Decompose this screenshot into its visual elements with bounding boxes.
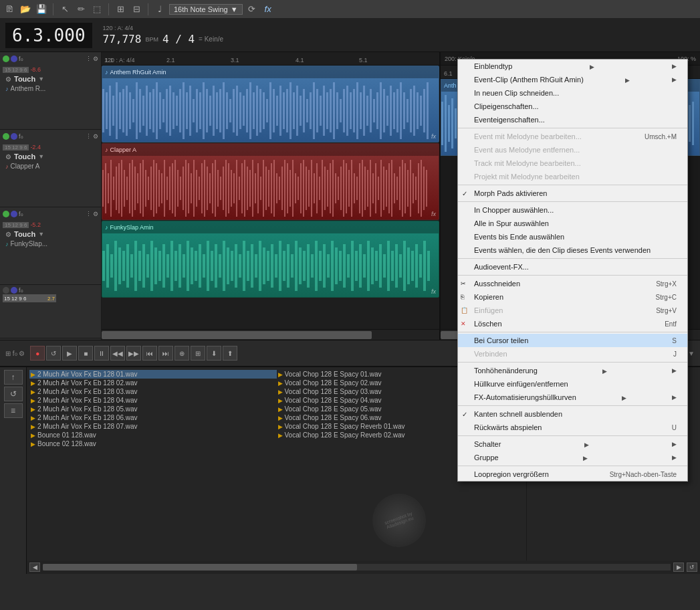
track-settings-2[interactable]: ⚙ [93,133,98,140]
svg-rect-227 [130,254,133,278]
timeline-scrollbar[interactable] [102,329,439,340]
track-mute-btn-4[interactable] [11,287,17,294]
menu-schalter[interactable]: Schalter [458,437,687,451]
browser-scroll-left[interactable]: ◀ [29,563,40,572]
track-more-2[interactable]: ⋮ [86,133,92,140]
browser-refresh-right[interactable]: ↺ [687,563,697,572]
track-active-btn-2[interactable] [3,133,9,140]
menu-event-clip[interactable]: Event-Clip (Anthem RhGuit Amin) [458,73,687,86]
track-settings-3[interactable]: ⚙ [93,211,98,217]
menu-melodyne-entfernen: Event aus Melodyne entfernen... [458,143,687,157]
save-icon[interactable]: 💾 [35,3,48,16]
fwd-end-btn[interactable]: ⏭ [158,346,173,361]
menu-kopieren[interactable]: ⎘ Kopieren Strg+C [458,290,687,304]
file-item-3[interactable]: ▶ 2 Much Air Vox Fx Eb 128 04.wav [29,396,277,405]
loop-btn[interactable]: ↺ [46,346,61,361]
snap-icon[interactable]: ⊞ [114,3,127,16]
menu-bei-cursor-teilen[interactable]: Bei Cursor teilen S [458,334,687,347]
menu-tonhoehe[interactable]: Tonhöhenänderung [458,364,687,377]
menu-loopregion[interactable]: Loopregion vergrößern Strg+Nach-oben-Tas… [458,468,687,481]
open-icon[interactable]: 📂 [19,3,32,16]
svg-rect-244 [199,244,201,288]
track-arrow-2[interactable]: ▼ [38,153,44,160]
rewind-btn[interactable]: ◀◀ [110,346,125,361]
menu-loeschen[interactable]: ✕ Löschen Entf [458,317,687,330]
stop-btn[interactable]: ■ [78,346,93,361]
file-item-4[interactable]: ▶ 2 Much Air Vox Fx Eb 128 05.wav [29,405,277,413]
file-item-5[interactable]: ▶ 2 Much Air Vox Fx Eb 128 06.wav [29,413,277,422]
extra-btn-2[interactable]: ⊞ [191,346,205,361]
svg-rect-91 [406,99,409,122]
file-item-8[interactable]: ▶ Bounce 02 128.wav [29,439,277,448]
svg-rect-25 [186,92,188,129]
play-btn[interactable]: ▶ [62,346,77,361]
metronome-icon[interactable]: ♩ [153,3,166,16]
file-item-1[interactable]: ▶ 2 Much Air Vox Fx Eb 128 02.wav [29,379,277,387]
track-mute-btn-1[interactable] [11,56,17,62]
menu-einblendtyp[interactable]: Einblendtyp [458,60,687,73]
track-arrow-1[interactable]: ▼ [38,76,44,82]
new-icon[interactable]: 🖹 [3,3,16,16]
clip-clapper[interactable]: ♪ Clapper A [102,143,439,220]
menu-chopper[interactable]: In Chopper auswählen... [458,203,687,217]
clip-anthem[interactable]: ♪ Anthem RhGuit Amin [102,66,439,142]
extra-btn-1[interactable]: ⊕ [174,346,189,361]
fwd-btn[interactable]: ▶▶ [126,346,141,361]
browser-options-btn[interactable]: ≡ [4,403,23,418]
svg-rect-75 [353,89,355,132]
extra-btn-4[interactable]: ⬆ [223,346,237,361]
track-gear-1[interactable]: ⚙ [5,76,11,83]
draw-icon[interactable]: ✏ [74,3,88,16]
track-settings-1[interactable]: ⚙ [93,56,98,62]
menu-rueckwaerts[interactable]: Rückwärts abspielen U [458,421,687,434]
track-gear-3[interactable]: ⚙ [5,231,11,238]
menu-eventeigenschaften[interactable]: Eventeigenschaften... [458,113,687,126]
menu-hüllkurve[interactable]: Hüllkurve einfügen/entfernen [458,377,687,391]
menu-in-neuen-clip[interactable]: In neuen Clip schneiden... [458,86,687,100]
track-more-3[interactable]: ⋮ [86,211,92,217]
track-arrow-3[interactable]: ▼ [38,231,44,237]
menu-gruppe[interactable]: Gruppe [458,451,687,464]
menu-morph-pads[interactable]: ✓ Morph Pads aktivieren [458,187,687,200]
select-icon[interactable]: ⬚ [90,3,104,16]
browser-hscrollbar[interactable] [43,564,671,571]
track-mute-btn-3[interactable] [11,211,17,217]
grid-icon[interactable]: ⊟ [130,3,143,16]
record-btn[interactable]: ● [30,346,45,361]
back-start-btn[interactable]: ⏮ [142,346,157,361]
svg-rect-274 [319,251,322,281]
menu-alle-spur[interactable]: Alle in Spur auswählen [458,217,687,230]
track-active-btn-3[interactable] [3,211,9,217]
menu-ausschneiden[interactable]: ✂ Ausschneiden Strg+X [458,277,687,290]
cursor-icon[interactable]: ↖ [58,3,72,16]
menu-audioevent-fx[interactable]: Audioevent-FX... [458,260,687,274]
track-gear-2[interactable]: ⚙ [5,153,11,161]
track-mute-btn-2[interactable] [11,133,17,140]
clip-funkyslap[interactable]: ♪ FunkySlap Amin [102,221,439,298]
extra-btn-3[interactable]: ⬇ [207,346,221,361]
menu-clipeigenschaften[interactable]: Clipeigenschaften... [458,100,687,113]
svg-rect-287 [371,247,374,284]
file-item-0[interactable]: ▶ 2 Much Air Vox Fx Eb 128 01.wav [29,370,277,379]
svg-rect-169 [292,160,294,217]
loop-icon[interactable]: ⟳ [245,3,259,16]
menu-kanten-ausblenden[interactable]: ✓ Kanten schnell ausblenden [458,407,687,421]
swing-dropdown[interactable]: 16th Note Swing ▼ [169,4,243,15]
fx-icon[interactable]: fx [261,3,275,16]
track-active-btn-4[interactable] [3,287,9,294]
menu-events-waehlen[interactable]: Events wählen, die den Clip dieses Event… [458,243,687,257]
file-item-7[interactable]: ▶ Bounce 01 128.wav [29,431,277,439]
browser-scroll-right[interactable]: ▶ [673,563,684,572]
menu-fx-auto[interactable]: FX-Automatisierungshüllkurven [458,391,687,404]
svg-rect-288 [375,251,378,281]
pause-btn[interactable]: ⏸ [94,346,109,361]
track-sub-1: Anthem R... [11,85,46,92]
file-item-6[interactable]: ▶ 2 Much Air Vox Fx Eb 128 07.wav [29,422,277,431]
file-item-2[interactable]: ▶ 2 Much Air Vox Fx Eb 128 03.wav [29,387,277,396]
track-active-btn-1[interactable] [3,56,9,62]
track-more-1[interactable]: ⋮ [86,56,92,62]
menu-arrow-fx-auto [622,393,626,401]
browser-up-btn[interactable]: ↑ [4,370,23,385]
menu-events-ende[interactable]: Events bis Ende auswählen [458,230,687,243]
browser-refresh-btn[interactable]: ↺ [4,387,23,401]
